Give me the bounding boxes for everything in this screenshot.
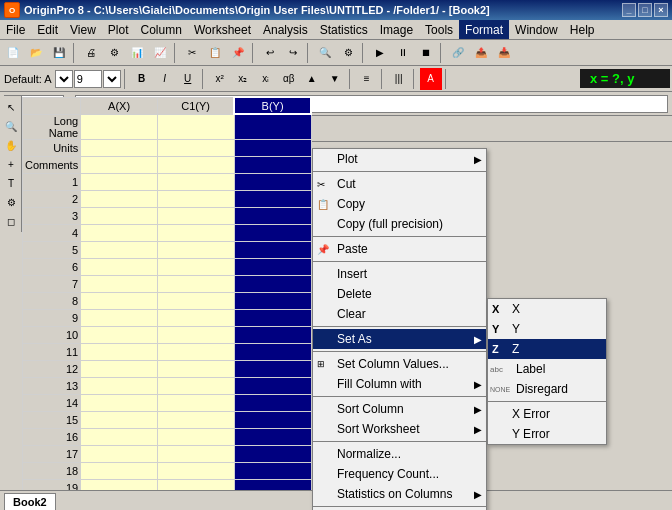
cm-cut[interactable]: ✂ Cut (313, 174, 486, 194)
sm-x[interactable]: X X (488, 299, 606, 319)
cm-setcolvals[interactable]: ⊞ Set Column Values... (313, 354, 486, 374)
tb-btn8[interactable]: ↩ (259, 42, 281, 64)
cell-c17[interactable] (157, 445, 234, 462)
cell-c13[interactable] (157, 377, 234, 394)
sm-z[interactable]: Z Z (488, 339, 606, 359)
cell-a12[interactable] (81, 360, 158, 377)
tb-btn5[interactable]: ✂ (181, 42, 203, 64)
cell-c14[interactable] (157, 394, 234, 411)
tb-btn16[interactable]: 📤 (470, 42, 492, 64)
cell-b8[interactable] (234, 292, 311, 309)
cell-b-cm[interactable] (234, 156, 311, 173)
cell-a13[interactable] (81, 377, 158, 394)
cell-c18[interactable] (157, 462, 234, 479)
cell-c15[interactable] (157, 411, 234, 428)
cell-a3[interactable] (81, 207, 158, 224)
menu-plot[interactable]: Plot (102, 20, 135, 39)
cm-freqcount[interactable]: Frequency Count... (313, 464, 486, 484)
cell-a-ln[interactable] (81, 114, 158, 139)
up-button[interactable]: ▲ (301, 68, 323, 90)
cell-c-ln[interactable] (157, 114, 234, 139)
cell-a-cm[interactable] (81, 156, 158, 173)
cell-b9[interactable] (234, 309, 311, 326)
cell-a14[interactable] (81, 394, 158, 411)
cm-sortws[interactable]: Sort Worksheet ▶ (313, 419, 486, 439)
down-button[interactable]: ▼ (324, 68, 346, 90)
tb-btn9[interactable]: ↪ (282, 42, 304, 64)
cell-a18[interactable] (81, 462, 158, 479)
side-btn7[interactable]: ◻ (2, 212, 20, 230)
draw-tool[interactable]: + (2, 155, 20, 173)
cm-copy-full[interactable]: Copy (full precision) (313, 214, 486, 234)
cm-fillcol[interactable]: Fill Column with ▶ (313, 374, 486, 394)
tb-btn10[interactable]: 🔍 (314, 42, 336, 64)
cell-b-u[interactable] (234, 139, 311, 156)
pan-tool[interactable]: ✋ (2, 136, 20, 154)
cell-b10[interactable] (234, 326, 311, 343)
cell-b5[interactable] (234, 241, 311, 258)
cell-c1[interactable] (157, 173, 234, 190)
menu-file[interactable]: File (0, 20, 31, 39)
tb-lines[interactable]: ||| (388, 68, 410, 90)
superscript-button[interactable]: x² (209, 68, 231, 90)
close-button[interactable]: × (654, 3, 668, 17)
italic-button[interactable]: I (154, 68, 176, 90)
menu-window[interactable]: Window (509, 20, 564, 39)
font-size-input[interactable] (74, 70, 102, 88)
new-button[interactable]: 📄 (2, 42, 24, 64)
col-header-c[interactable]: C1(Y) (157, 97, 234, 114)
alpha-button[interactable]: αβ (278, 68, 300, 90)
special-char[interactable]: xᵢ (255, 68, 277, 90)
cell-b-ln[interactable] (234, 114, 311, 139)
text-tool[interactable]: T (2, 174, 20, 192)
col-header-b[interactable]: B(Y) (234, 97, 311, 114)
cell-b18[interactable] (234, 462, 311, 479)
cell-b2[interactable] (234, 190, 311, 207)
sheet-tab-book2[interactable]: Book2 (4, 493, 56, 510)
cell-b1[interactable] (234, 173, 311, 190)
bold-button[interactable]: B (131, 68, 153, 90)
font-color-button[interactable]: A (420, 68, 442, 90)
menu-analysis[interactable]: Analysis (257, 20, 314, 39)
cell-c12[interactable] (157, 360, 234, 377)
cm-delete[interactable]: Delete (313, 284, 486, 304)
maximize-button[interactable]: □ (638, 3, 652, 17)
cm-clear[interactable]: Clear (313, 304, 486, 324)
cell-c10[interactable] (157, 326, 234, 343)
cell-c7[interactable] (157, 275, 234, 292)
cell-c5[interactable] (157, 241, 234, 258)
cell-c-u[interactable] (157, 139, 234, 156)
cell-a6[interactable] (81, 258, 158, 275)
cell-b15[interactable] (234, 411, 311, 428)
subscript-button[interactable]: x₂ (232, 68, 254, 90)
tb-btn12[interactable]: ▶ (369, 42, 391, 64)
sm-yerror[interactable]: Y Error (488, 424, 606, 444)
size-dropdown[interactable]: ▼ (103, 70, 121, 88)
underline-button[interactable]: U (177, 68, 199, 90)
cell-b11[interactable] (234, 343, 311, 360)
menu-column[interactable]: Column (135, 20, 188, 39)
cell-b14[interactable] (234, 394, 311, 411)
align-left[interactable]: ≡ (356, 68, 378, 90)
cell-a5[interactable] (81, 241, 158, 258)
menu-worksheet[interactable]: Worksheet (188, 20, 257, 39)
cell-a7[interactable] (81, 275, 158, 292)
cm-copy[interactable]: 📋 Copy (313, 194, 486, 214)
cell-c-cm[interactable] (157, 156, 234, 173)
cm-sortcol[interactable]: Sort Column ▶ (313, 399, 486, 419)
cell-c9[interactable] (157, 309, 234, 326)
tb-btn6[interactable]: 📋 (204, 42, 226, 64)
cell-c3[interactable] (157, 207, 234, 224)
cell-c16[interactable] (157, 428, 234, 445)
menu-format[interactable]: Format (459, 20, 509, 39)
cell-a11[interactable] (81, 343, 158, 360)
tb-btn14[interactable]: ⏹ (415, 42, 437, 64)
cm-statcols[interactable]: Statistics on Columns ▶ (313, 484, 486, 504)
menu-view[interactable]: View (64, 20, 102, 39)
menu-help[interactable]: Help (564, 20, 601, 39)
side-btn6[interactable]: ⚙ (2, 193, 20, 211)
cell-b17[interactable] (234, 445, 311, 462)
cell-a16[interactable] (81, 428, 158, 445)
tb-btn13[interactable]: ⏸ (392, 42, 414, 64)
cm-plot[interactable]: Plot ▶ (313, 149, 486, 169)
